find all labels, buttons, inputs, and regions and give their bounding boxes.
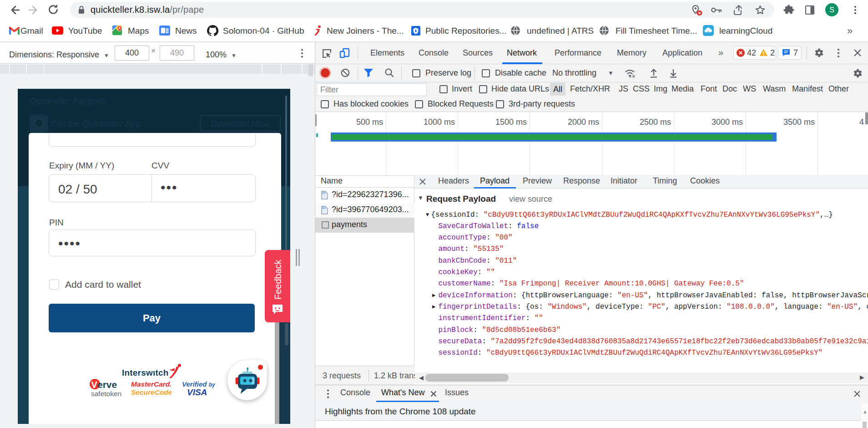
svg-text:Interswıtch: Interswıtch	[122, 368, 169, 377]
svg-text:VISA: VISA	[187, 387, 207, 397]
svg-text:SecureCode.: SecureCode.	[131, 388, 172, 396]
svg-text:safetoken: safetoken	[91, 390, 121, 397]
svg-text:Verified by: Verified by	[182, 380, 216, 388]
svg-text:MasterCard.: MasterCard.	[131, 380, 172, 388]
svg-text:V: V	[91, 380, 98, 390]
svg-text:erve: erve	[97, 379, 117, 390]
